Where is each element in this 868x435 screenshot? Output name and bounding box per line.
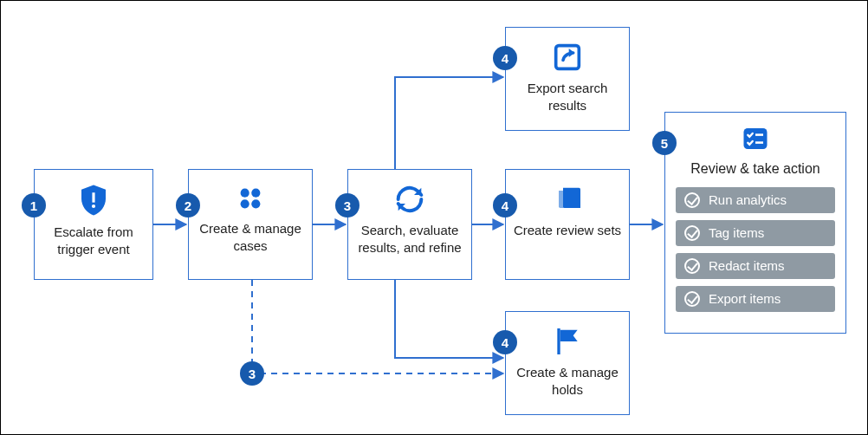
badge-3: 3 <box>335 193 360 218</box>
action-label: Redact items <box>709 258 785 273</box>
refresh-icon <box>392 182 427 217</box>
action-label: Export items <box>709 291 781 306</box>
node-export-label: Export search results <box>506 80 629 115</box>
node-escalate-label: Escalate from trigger event <box>35 224 152 259</box>
svg-rect-12 <box>755 133 763 136</box>
node-search: Search, evaluate results, and refine <box>347 169 472 280</box>
node-cases-label: Create & manage cases <box>189 220 312 256</box>
node-review-label: Review & take action <box>665 159 845 179</box>
badge-1: 1 <box>22 193 46 218</box>
svg-point-8 <box>241 199 249 208</box>
action-label: Run analytics <box>709 192 787 207</box>
badge-4c: 4 <box>493 330 517 354</box>
flag-icon <box>550 324 585 359</box>
action-run-analytics: Run analytics <box>676 187 835 213</box>
action-tag-items: Tag items <box>676 220 835 246</box>
action-export-items: Export items <box>676 286 835 312</box>
checklist-icon <box>740 123 771 154</box>
node-holds-label: Create & manage holds <box>506 364 629 399</box>
svg-rect-4 <box>92 192 94 202</box>
svg-point-5 <box>92 205 95 208</box>
svg-point-6 <box>241 189 249 198</box>
svg-rect-10 <box>557 328 560 354</box>
badge-5: 5 <box>652 131 677 155</box>
node-export: Export search results <box>505 27 630 131</box>
review-actions: Run analytics Tag items Redact items Exp… <box>676 187 835 312</box>
check-icon <box>684 225 700 241</box>
node-review: Review & take action Run analytics Tag i… <box>664 112 846 334</box>
stack-icon <box>550 182 585 217</box>
node-holds: Create & manage holds <box>505 311 630 415</box>
action-redact-items: Redact items <box>676 253 835 279</box>
badge-2: 2 <box>176 193 200 218</box>
svg-point-9 <box>251 199 260 208</box>
action-label: Tag items <box>709 225 764 240</box>
badge-dashed-3: 3 <box>240 361 264 386</box>
svg-point-7 <box>251 189 260 198</box>
check-icon <box>684 258 700 274</box>
diagram-frame: Escalate from trigger event 1 Create & m… <box>0 0 868 435</box>
node-search-label: Search, evaluate results, and refine <box>348 222 471 257</box>
check-icon <box>684 192 700 208</box>
node-escalate: Escalate from trigger event <box>34 169 153 280</box>
badge-4b: 4 <box>493 193 517 218</box>
node-cases: Create & manage cases <box>188 169 313 280</box>
svg-rect-13 <box>755 141 763 144</box>
svg-rect-11 <box>744 128 768 149</box>
check-icon <box>684 291 700 307</box>
node-reviewsets: Create review sets <box>505 169 630 280</box>
apps-icon <box>234 182 267 215</box>
shield-alert-icon <box>75 182 112 218</box>
node-reviewsets-label: Create review sets <box>506 222 629 239</box>
share-export-icon <box>550 40 585 75</box>
badge-4a: 4 <box>493 46 517 70</box>
